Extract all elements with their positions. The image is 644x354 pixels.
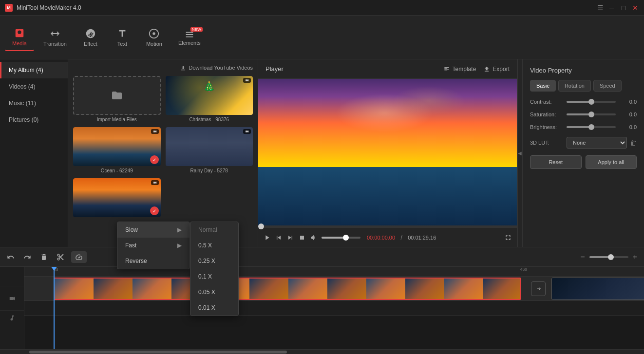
contrast-thumb[interactable] xyxy=(588,99,594,105)
speed-button[interactable] xyxy=(71,251,87,263)
next-button[interactable] xyxy=(286,234,294,242)
sidebar-item-my-album[interactable]: My Album (4) xyxy=(0,62,68,78)
rainy-label: Rainy Day - 5278 xyxy=(166,168,253,173)
tab-rotation[interactable]: Rotation xyxy=(558,80,591,92)
zoom-slider[interactable] xyxy=(589,256,628,258)
rainy-media-item[interactable]: Rainy Day - 5278 xyxy=(166,127,253,173)
timeline-scrollbar[interactable] xyxy=(0,349,644,354)
fullscreen-button[interactable] xyxy=(504,234,512,242)
frame-7 xyxy=(288,279,327,299)
minimize-button[interactable]: ─ xyxy=(608,4,616,12)
sidebar-item-videos[interactable]: Videos (4) xyxy=(0,78,68,95)
transition-button[interactable] xyxy=(531,281,546,296)
motion-label: Motion xyxy=(146,41,162,47)
timeline-zoom: − + xyxy=(578,251,639,263)
stop-button[interactable] xyxy=(298,234,306,242)
timeline-tracks: 0s 46s xyxy=(24,267,644,349)
speed-025x-item[interactable]: 0.25 X xyxy=(190,253,238,269)
titlebar-controls: ☰ ─ □ ✕ xyxy=(596,4,639,12)
export-button[interactable]: Export xyxy=(483,66,510,73)
fast-label: Fast xyxy=(125,242,136,249)
progress-thumb[interactable] xyxy=(258,224,264,229)
christmas-media-item[interactable]: 🎄 Christmas - 98376 xyxy=(166,76,253,122)
frame-11 xyxy=(444,279,483,299)
player-progress-bar[interactable] xyxy=(258,225,517,227)
toolbar-text[interactable]: Text xyxy=(108,24,137,51)
tab-basic[interactable]: Basic xyxy=(530,80,556,92)
sidebar-item-music[interactable]: Music (11) xyxy=(0,95,68,112)
brightness-slider[interactable] xyxy=(567,126,616,128)
rainy-thumb xyxy=(166,127,253,166)
play-button[interactable] xyxy=(263,234,271,242)
properties-title: Video Property xyxy=(530,67,637,74)
timeline-labels xyxy=(0,267,24,349)
ocean-media-item[interactable]: ✓ Ocean - 62249 xyxy=(73,127,161,173)
zoom-in-button[interactable]: + xyxy=(631,251,639,263)
delete-button[interactable] xyxy=(38,251,50,263)
ocean-label: Ocean - 62249 xyxy=(73,168,161,173)
frame-6 xyxy=(249,279,288,299)
slow-menu-item[interactable]: Slow ▶ xyxy=(117,222,189,238)
properties-panel: Video Property Basic Rotation Speed Cont… xyxy=(522,59,644,247)
normal-speed-item[interactable]: Normal xyxy=(190,222,238,238)
scissors-button[interactable] xyxy=(55,251,66,263)
titlebar: M MiniTool MovieMaker 4.0 ☰ ─ □ ✕ xyxy=(0,0,644,16)
video-track xyxy=(24,277,644,301)
sunset-media-item[interactable]: ✓ xyxy=(73,178,161,219)
reset-button[interactable]: Reset xyxy=(530,155,582,169)
zoom-thumb[interactable] xyxy=(608,254,614,260)
lut-delete-button[interactable]: 🗑 xyxy=(630,139,637,147)
contrast-value: 0.0 xyxy=(620,99,637,105)
saturation-row: Saturation: 0.0 xyxy=(530,112,637,117)
elements-wrap: NEW Elements xyxy=(178,29,201,46)
toolbar-elements[interactable]: NEW Elements xyxy=(171,25,208,50)
fullscreen-icon xyxy=(504,234,512,242)
frame-3 xyxy=(133,279,171,299)
panel-collapse-btn[interactable]: ◀ xyxy=(517,59,522,247)
time-mark-0: 0s xyxy=(54,267,58,272)
speed-05x-item[interactable]: 0.5 X xyxy=(190,238,238,253)
close-button[interactable]: ✕ xyxy=(631,4,639,12)
zoom-out-button[interactable]: − xyxy=(578,251,587,263)
transition-icon xyxy=(535,286,541,292)
speed-01x-item[interactable]: 0.1 X xyxy=(190,269,238,284)
volume-button[interactable] xyxy=(310,234,318,242)
import-media-drop[interactable] xyxy=(73,76,161,115)
template-button[interactable]: Template xyxy=(443,66,476,73)
ocean-thumb: ✓ xyxy=(73,127,161,166)
template-icon xyxy=(443,66,450,73)
import-media-item[interactable]: Import Media Files xyxy=(73,76,161,122)
time-total: 00:01:29.16 xyxy=(408,235,436,241)
import-media-label: Import Media Files xyxy=(73,117,161,122)
maximize-button[interactable]: □ xyxy=(620,4,627,12)
fast-menu-item[interactable]: Fast ▶ xyxy=(117,238,189,253)
toolbar-transition[interactable]: Transition xyxy=(37,24,74,51)
toolbar-motion[interactable]: Motion xyxy=(139,24,169,51)
contrast-slider[interactable] xyxy=(567,101,616,103)
apply-all-button[interactable]: Apply to all xyxy=(586,155,637,169)
menu-button[interactable]: ☰ xyxy=(596,4,604,12)
toolbar-media[interactable]: Media xyxy=(5,24,34,51)
text-label: Text xyxy=(117,41,127,47)
sidebar-item-pictures[interactable]: Pictures (0) xyxy=(0,112,68,128)
volume-thumb[interactable] xyxy=(343,235,349,241)
redo-button[interactable] xyxy=(21,251,33,263)
scroll-thumb[interactable] xyxy=(29,351,287,354)
video-camera-icon-3 xyxy=(245,130,249,133)
toolbar-effect[interactable]: Effect xyxy=(76,24,105,51)
download-youtube-button[interactable]: Download YouTube Videos xyxy=(180,64,253,71)
saturation-thumb[interactable] xyxy=(588,112,594,117)
main-video-clip[interactable] xyxy=(54,278,521,300)
lut-select[interactable]: None xyxy=(567,137,627,149)
speed-01x-label: 0.1 X xyxy=(198,273,212,280)
prev-button[interactable] xyxy=(275,234,283,242)
secondary-video-clip[interactable] xyxy=(551,278,644,300)
speed-005x-item[interactable]: 0.05 X xyxy=(190,284,238,300)
tab-speed[interactable]: Speed xyxy=(593,80,622,92)
reverse-menu-item[interactable]: Reverse xyxy=(117,253,189,269)
undo-button[interactable] xyxy=(5,251,17,263)
volume-slider[interactable] xyxy=(322,237,360,239)
saturation-slider[interactable] xyxy=(567,113,616,115)
speed-001x-item[interactable]: 0.01 X xyxy=(190,300,238,316)
brightness-thumb[interactable] xyxy=(588,124,594,130)
